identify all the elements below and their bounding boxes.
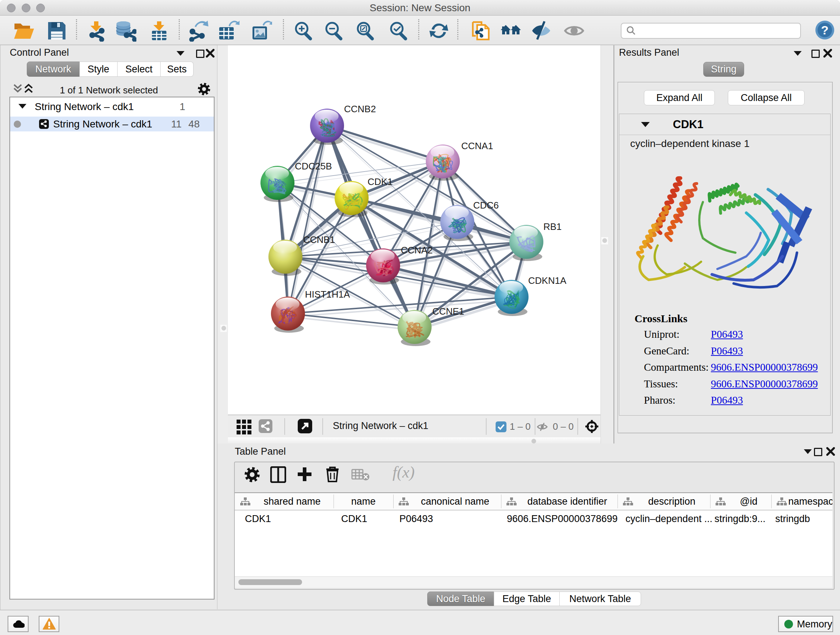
svg-text:CCNB1: CCNB1 bbox=[303, 234, 335, 245]
svg-text:CCNA1: CCNA1 bbox=[461, 141, 493, 151]
svg-text:CDC25B: CDC25B bbox=[295, 161, 332, 172]
svg-text:CCNE1: CCNE1 bbox=[432, 306, 464, 317]
svg-text:HIST1H1A: HIST1H1A bbox=[305, 289, 350, 300]
svg-text:CDK1: CDK1 bbox=[368, 176, 393, 187]
svg-text:CDC6: CDC6 bbox=[473, 200, 499, 211]
svg-text:?: ? bbox=[821, 23, 829, 37]
svg-text:CCNB2: CCNB2 bbox=[344, 103, 376, 114]
svg-text:CDKN1A: CDKN1A bbox=[528, 275, 567, 286]
svg-text:RB1: RB1 bbox=[543, 221, 562, 232]
svg-text:CCNA2: CCNA2 bbox=[401, 245, 433, 256]
